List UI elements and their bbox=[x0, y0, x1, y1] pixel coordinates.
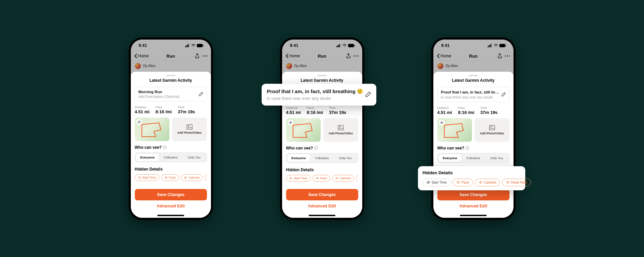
info-icon[interactable] bbox=[466, 146, 469, 150]
save-button[interactable]: Save Changes bbox=[437, 189, 509, 200]
chip-start-time[interactable]: Start Time bbox=[423, 179, 451, 186]
svg-rect-20 bbox=[339, 44, 340, 47]
privacy-everyone[interactable]: Everyone bbox=[136, 153, 159, 161]
stat-distance: Distance4.51 mi bbox=[286, 106, 301, 115]
more-icon[interactable] bbox=[505, 55, 510, 57]
activity-title-card[interactable]: Morning Run Add Description (Optional) bbox=[135, 87, 207, 102]
privacy-only-you[interactable]: Only You bbox=[334, 154, 357, 162]
edit-icon[interactable] bbox=[501, 92, 506, 97]
hidden-callout-title: Hidden Details bbox=[423, 170, 521, 175]
user-name: Zip Allen bbox=[143, 64, 156, 68]
chip-pace[interactable]: Pace bbox=[452, 179, 473, 186]
svg-rect-38 bbox=[499, 44, 505, 47]
home-indicator[interactable] bbox=[309, 215, 335, 216]
svg-point-32 bbox=[336, 178, 337, 179]
chip-heart-rate[interactable]: Hear bbox=[205, 174, 207, 181]
map-preview[interactable] bbox=[437, 118, 472, 142]
more-icon[interactable] bbox=[202, 55, 208, 57]
save-button[interactable]: Save Changes bbox=[135, 189, 207, 200]
home-indicator[interactable] bbox=[157, 215, 184, 216]
chip-pace[interactable]: Pace bbox=[161, 174, 179, 181]
user-row: Zip Allen bbox=[282, 61, 362, 69]
hidden-header: Hidden Details bbox=[135, 167, 207, 172]
privacy-everyone[interactable]: Everyone bbox=[438, 154, 462, 162]
edit-icon[interactable] bbox=[365, 91, 371, 98]
privacy-segmented[interactable]: Everyone Followers Only You bbox=[135, 152, 207, 162]
battery-icon bbox=[348, 44, 355, 47]
share-icon[interactable] bbox=[195, 53, 200, 59]
privacy-everyone[interactable]: Everyone bbox=[287, 154, 311, 162]
svg-rect-34 bbox=[488, 46, 488, 47]
chip-calories[interactable]: Calories bbox=[332, 175, 354, 182]
chip-calories[interactable]: Calories bbox=[181, 174, 203, 181]
sheet-handle[interactable] bbox=[469, 75, 478, 76]
info-icon[interactable] bbox=[314, 146, 318, 150]
add-photo-button[interactable]: Add Photo/Video bbox=[323, 118, 358, 142]
svg-point-42 bbox=[509, 56, 510, 57]
chip-start-time[interactable]: Start Time bbox=[286, 175, 311, 182]
share-icon[interactable] bbox=[497, 53, 502, 59]
sheet-handle[interactable] bbox=[317, 75, 327, 76]
stat-distance: Distance4.51 mi bbox=[437, 106, 452, 115]
svg-point-7 bbox=[204, 56, 205, 57]
chip-start-time[interactable]: Start Time bbox=[135, 174, 159, 181]
back-button[interactable]: Home bbox=[134, 54, 149, 58]
share-icon[interactable] bbox=[346, 53, 351, 59]
privacy-followers[interactable]: Followers bbox=[462, 154, 485, 162]
privacy-followers[interactable]: Followers bbox=[310, 154, 334, 162]
map-visibility-badge[interactable] bbox=[287, 120, 293, 126]
svg-rect-2 bbox=[187, 45, 188, 47]
info-icon[interactable] bbox=[163, 145, 167, 149]
more-icon[interactable] bbox=[354, 55, 359, 57]
title-edit-callout[interactable]: Proof that I am, in fact, still breathin… bbox=[262, 84, 376, 106]
stat-time: Time37m 19s bbox=[178, 106, 195, 114]
chip-pace[interactable]: Pace bbox=[313, 175, 330, 182]
add-photo-button[interactable]: Add Photo/Video bbox=[172, 118, 207, 141]
map-preview[interactable] bbox=[286, 118, 321, 142]
add-photo-button[interactable]: Add Photo/Video bbox=[475, 118, 509, 142]
battery-icon bbox=[197, 44, 204, 47]
sheet-title: Latest Garmin Activity bbox=[135, 78, 207, 83]
home-indicator[interactable] bbox=[460, 215, 487, 216]
chip-heart-rate[interactable]: Hear bbox=[356, 175, 358, 182]
activity-title: Proof that I am, in fact, still breathin… bbox=[441, 90, 501, 94]
svg-rect-4 bbox=[197, 44, 203, 47]
user-name: Zip Allen bbox=[445, 64, 458, 68]
phone-screen: 9:41 Home Run Zip bbox=[433, 40, 514, 218]
sheet-title: Latest Garmin Activity bbox=[437, 78, 509, 83]
chip-calories[interactable]: Calories bbox=[475, 179, 500, 186]
privacy-segmented[interactable]: Everyone Followers Only You bbox=[437, 153, 509, 163]
advanced-edit-button[interactable]: Advanced Edit bbox=[135, 200, 207, 212]
stat-distance: Distance4.51 mi bbox=[135, 106, 150, 114]
status-time: 9:41 bbox=[290, 43, 299, 48]
privacy-header: Who can see? bbox=[135, 145, 207, 150]
back-button[interactable]: Home bbox=[437, 54, 451, 58]
privacy-only-you[interactable]: Only You bbox=[182, 153, 206, 161]
activity-title-card[interactable]: Proof that I am, in fact, still breathin… bbox=[437, 87, 509, 102]
svg-point-49 bbox=[458, 182, 459, 183]
avatar bbox=[135, 63, 141, 69]
add-photo-label: Add Photo/Video bbox=[177, 131, 202, 134]
back-button[interactable]: Home bbox=[285, 54, 300, 58]
chip-heart-rate[interactable]: Heart Rate bbox=[502, 179, 531, 186]
advanced-edit-button[interactable]: Advanced Edit bbox=[437, 200, 509, 212]
privacy-followers[interactable]: Followers bbox=[159, 153, 182, 161]
save-button[interactable]: Save Changes bbox=[286, 189, 358, 200]
advanced-edit-button[interactable]: Advanced Edit bbox=[286, 200, 358, 212]
eye-icon bbox=[316, 177, 319, 180]
wifi-icon bbox=[191, 44, 196, 47]
privacy-header: Who can see? bbox=[437, 146, 509, 150]
svg-rect-35 bbox=[489, 45, 489, 47]
map-visibility-badge[interactable] bbox=[439, 120, 445, 126]
wifi-icon bbox=[342, 44, 347, 47]
edit-icon[interactable] bbox=[199, 92, 203, 97]
stat-pace: Pace8:16 /mi bbox=[458, 106, 474, 115]
privacy-only-you[interactable]: Only You bbox=[485, 154, 508, 162]
map-visibility-badge[interactable] bbox=[136, 119, 142, 125]
svg-point-40 bbox=[505, 56, 506, 57]
svg-rect-37 bbox=[491, 44, 491, 47]
sheet-handle[interactable] bbox=[166, 75, 175, 76]
nav-bar: Home Run bbox=[282, 52, 362, 61]
map-preview[interactable] bbox=[135, 118, 170, 141]
privacy-segmented[interactable]: Everyone Followers Only You bbox=[286, 153, 358, 163]
